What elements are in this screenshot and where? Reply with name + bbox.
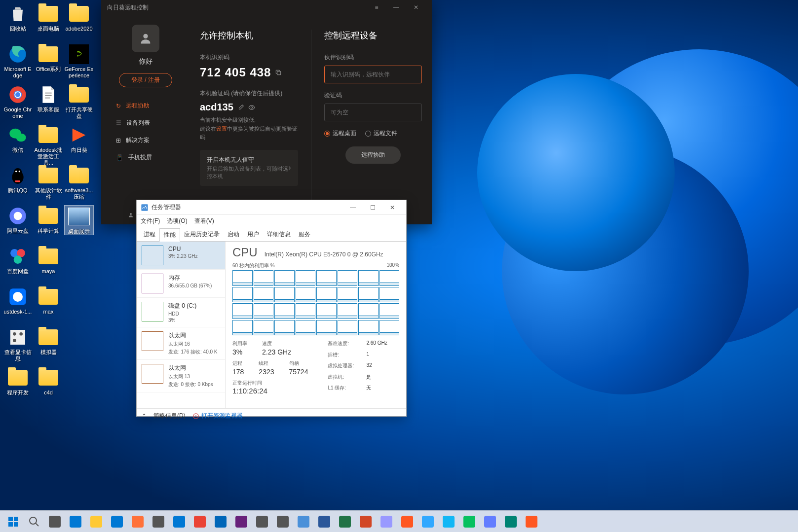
taskbar-excel[interactable] [335,512,355,532]
minimize-button[interactable]: — [343,201,363,214]
perf-item-以太网[interactable]: 以太网以太网 13发送: 0 接收: 0 Kbps [137,360,225,392]
taskbar-start[interactable] [3,512,23,532]
desktop-icon-打开共享硬盘[interactable]: 打开共享硬盘 [64,84,94,119]
taskbar-search[interactable] [24,512,44,532]
desktop-icon-max[interactable]: max [34,286,63,315]
close-button[interactable]: ✕ [406,0,426,15]
taskbar-gear[interactable] [252,512,272,532]
sidebar-item-设备列表[interactable]: ☰设备列表 [116,114,190,132]
menu-view[interactable]: 查看(V) [194,217,214,225]
taskbar-word[interactable] [314,512,334,532]
desktop-icon-百度网盘[interactable]: 百度网盘 [3,246,33,275]
desktop-icon-微信[interactable]: 微信 [3,124,33,153]
desktop-icon-桌面展示[interactable]: 桌面展示 [64,205,94,235]
desktop-icon-模拟器[interactable]: 模拟器 [34,326,63,355]
cpu-grid[interactable] [232,270,399,335]
taskbar-code[interactable] [211,512,230,532]
taskbar-store[interactable] [169,512,189,532]
taskbar-aliyun[interactable] [480,512,500,532]
chevron-up-icon[interactable]: ⌃ [142,413,147,420]
taskbar-ppt[interactable] [356,512,376,532]
remote-assist-button[interactable]: 远程协助 [345,146,401,164]
maximize-button[interactable]: ☐ [363,201,382,214]
minimize-button[interactable]: — [386,0,406,15]
close-button[interactable]: ✕ [382,201,402,214]
taskbar-qq[interactable] [439,512,458,532]
desktop-icon-联系客服[interactable]: 联系客服 [34,84,63,113]
tab-用户[interactable]: 用户 [243,228,263,241]
desktop-icon-桌面电脑[interactable]: 桌面电脑 [34,3,63,32]
desktop-icon-c4d[interactable]: c4d [34,367,63,396]
perf-item-磁盘 0 (C:)[interactable]: 磁盘 0 (C:)HDD3% [137,298,225,327]
tab-进程[interactable]: 进程 [140,228,159,241]
panel-heading: 控制远程设备 [324,30,422,41]
sidebar-item-远程协助[interactable]: ↻远程协助 [116,97,190,114]
verify-code-input[interactable] [324,104,422,121]
brief-info-link[interactable]: 简略信息(D) [153,412,186,420]
chevron-right-icon: › [288,163,291,172]
tab-性能[interactable]: 性能 [159,228,180,242]
desktop-icon-Microsoft Edge[interactable]: Microsoft Edge [3,43,33,79]
desktop-icon-adobe2020[interactable]: adobe2020 [64,3,94,32]
desktop-icon-GeForce Experience[interactable]: GeForce Experience [64,43,94,79]
desktop-icon-Google Chrome[interactable]: Google Chrome [3,84,33,119]
cpu-core-29 [338,320,358,336]
taskmgr-titlebar[interactable]: 任务管理器 — ☐ ✕ [137,200,406,215]
desktop-icon-阿里云盘[interactable]: 阿里云盘 [3,205,33,234]
taskbar-sun[interactable] [397,512,417,532]
desktop-icon-Office系列[interactable]: Office系列 [34,43,63,72]
taskbar-bing[interactable] [501,512,521,532]
radio-remote-file[interactable]: 远程文件 [365,129,397,138]
taskbar-firefox[interactable] [128,512,148,532]
taskbar-pr[interactable] [377,512,396,532]
perf-item-CPU[interactable]: CPU3% 2.23 GHz [137,242,225,270]
taskbar-ps[interactable] [418,512,438,532]
perf-item-以太网[interactable]: 以太网以太网 16发送: 176 接收: 40.0 K [137,327,225,360]
desktop-icon-查看显卡信息[interactable]: 查看显卡信息 [3,326,33,362]
taskbar-taskview[interactable] [45,512,65,532]
desktop-icon-向日葵[interactable]: 向日葵 [64,124,94,153]
desktop-icon-科学计算[interactable]: 科学计算 [34,205,63,234]
tab-详细信息[interactable]: 详细信息 [263,228,295,241]
partner-id-input[interactable] [324,66,422,83]
taskbar-chrome[interactable] [190,512,210,532]
unattended-card[interactable]: 开启本机无人值守 开启后将加入设备列表，可随时远控本机 › [200,150,298,186]
panel-heading: 允许控制本机 [200,30,298,41]
desktop-icon-Autodesk批量激活工具...[interactable]: Autodesk批量激活工具... [34,124,63,167]
radio-remote-desktop[interactable]: 远程桌面 [324,129,356,138]
desktop-icon-maya[interactable]: maya [34,246,63,275]
desktop-icon-腾讯QQ[interactable]: 腾讯QQ [3,165,33,194]
sunflower-titlebar[interactable]: 向日葵远程控制 ≡ — ✕ [101,0,432,15]
eye-icon[interactable] [248,104,255,111]
desktop-icon-程序开发[interactable]: 程序开发 [3,367,33,396]
tab-应用历史记录[interactable]: 应用历史记录 [180,228,224,241]
taskbar-gallery[interactable] [273,512,293,532]
menu-options[interactable]: 选项(O) [167,217,187,225]
sidebar-item-手机投屏[interactable]: 📱手机投屏 [116,149,190,166]
taskbar-wechat[interactable] [459,512,479,532]
menu-button[interactable]: ≡ [367,0,386,15]
taskbar-explorer[interactable] [86,512,106,532]
taskbar-taskmgr[interactable] [294,512,313,532]
menu-file[interactable]: 文件(F) [141,217,160,225]
desktop-icon-其他设计软件[interactable]: 其他设计软件 [34,165,63,200]
copy-icon[interactable] [275,69,282,76]
perf-item-内存[interactable]: 内存36.6/55.0 GB (67%) [137,270,225,298]
tab-服务[interactable]: 服务 [295,228,314,241]
avatar[interactable] [132,25,159,52]
taskbar-edge[interactable] [107,512,127,532]
taskbar-widgets[interactable] [66,512,85,532]
desktop-icon-software3...压缩[interactable]: software3...压缩 [64,165,94,200]
resmon-link[interactable]: 打开资源监视器 [192,412,243,420]
sidebar-item-解决方案[interactable]: ⊞解决方案 [116,132,190,149]
taskbar-vs[interactable] [231,512,251,532]
taskbar-settings[interactable] [149,512,168,532]
tab-启动[interactable]: 启动 [224,228,243,241]
taskbar-sunflower2[interactable] [522,512,541,532]
desktop-icon-ustdesk-1...[interactable]: ustdesk-1... [3,286,33,315]
edit-icon[interactable] [237,104,244,111]
login-button[interactable]: 登录 / 注册 [119,73,172,87]
settings-link[interactable]: 设置 [216,126,227,132]
cpu-core-10 [274,287,295,303]
desktop-icon-回收站[interactable]: 回收站 [3,3,33,32]
